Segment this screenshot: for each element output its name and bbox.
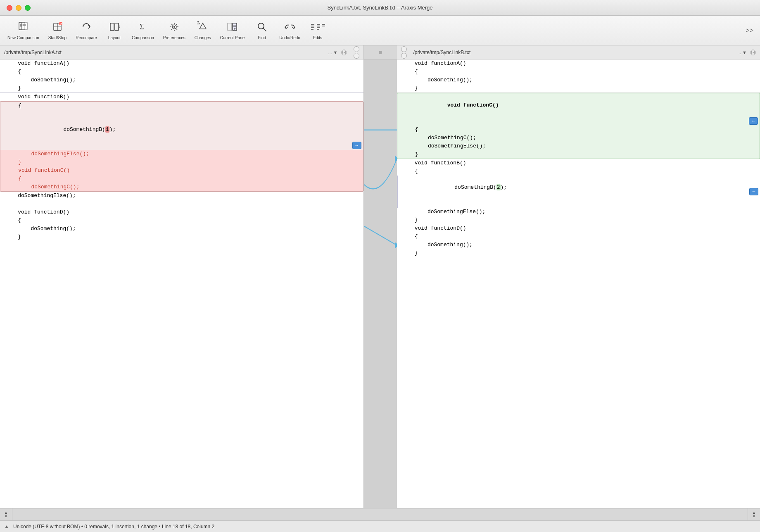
recompare-label: Recompare [76,36,97,40]
window-controls[interactable] [7,5,31,11]
code-line-red: { [0,175,363,183]
right-file-path: /private/tmp/SyncLinkB.txt [413,50,732,55]
middle-dot [379,51,382,54]
code-line: { [397,167,760,176]
svg-rect-13 [115,23,119,31]
code-line: void functionA() [397,59,760,68]
toolbar-current-pane[interactable]: É Current Pane [216,18,249,43]
code-line-red: } [0,158,363,166]
comparison-label: Comparison [132,36,154,40]
comparison-icon: Σ [137,21,149,34]
right-link-circle-top[interactable] [401,46,407,52]
undo-redo-icon [283,21,297,34]
toolbar-preferences[interactable]: Preferences [159,18,190,43]
close-button[interactable] [7,5,12,11]
undo-redo-label: Undo/Redo [279,36,300,40]
code-line: doSomething(); [397,241,760,249]
svg-marker-18 [197,21,200,24]
code-line: void functionA() [0,59,363,68]
svg-marker-42 [5,525,8,528]
left-file-actions: ... ▼ [326,49,347,56]
svg-marker-17 [200,23,206,29]
link-circle-top[interactable] [354,46,359,52]
find-label: Find [258,36,266,40]
svg-text:Σ: Σ [140,23,144,31]
right-scroll-arrows[interactable]: ▲ ▼ [748,508,760,520]
edits-icon [309,21,326,34]
code-line: } [0,233,363,241]
changes-icon [197,21,209,34]
toolbar-layout[interactable]: Layout [102,18,127,43]
right-history-btn[interactable] [750,50,756,55]
toolbar-overflow[interactable]: >> [742,25,757,36]
layout-icon [109,21,120,34]
main-area: /private/tmp/SyncLinkA.txt ... ▼ [0,45,760,532]
code-line-red: void functionC() [0,166,363,175]
left-file-bar: /private/tmp/SyncLinkA.txt ... ▼ [0,45,364,59]
code-line: void functionB() [397,159,760,167]
code-line-with-nav-right: doSomethingB(2); ← [397,176,760,208]
toolbar-changes[interactable]: Changes [190,18,215,43]
connector-svg [364,59,397,508]
svg-rect-19 [228,23,232,31]
code-line: } [397,150,760,159]
right-nav-left-btn-1[interactable]: ← [749,117,758,125]
toolbar-start-stop[interactable]: ✕ Start/Stop [44,18,71,43]
scroll-control-bar: ▲ ▼ ▲ ▼ [0,508,760,520]
code-line: { [397,233,760,241]
start-stop-label: Start/Stop [48,36,66,40]
diff-container: void functionA() { doSomething(); } void… [0,59,760,508]
toolbar-new-comparison[interactable]: New Comparison [3,18,43,43]
toolbar-undo-redo[interactable]: Undo/Redo [275,18,304,43]
code-line: void functionD() [0,208,363,216]
maximize-button[interactable] [25,5,31,11]
code-line: { [397,126,760,134]
new-comparison-label: New Comparison [7,36,39,40]
changed-section-left: { doSomethingB(1); → doSomethingElse(); … [0,101,363,192]
edits-label: Edits [313,36,322,40]
right-nav-left-btn-2[interactable]: ← [749,188,758,195]
left-history-btn[interactable] [341,50,347,55]
left-ellipsis-btn[interactable]: ... ▼ [326,49,339,56]
scroll-down-arrow[interactable]: ▼ [4,515,8,518]
svg-text:É: É [234,27,236,31]
connector-area [364,59,397,508]
code-line: { [397,68,760,76]
current-pane-label: Current Pane [220,36,245,40]
toolbar-edits[interactable]: Edits [305,18,330,43]
right-diff-pane[interactable]: void functionA() { doSomething(); } void… [397,59,760,508]
code-line: void functionB() [0,93,363,101]
code-line: doSomething(); [397,76,760,84]
code-line: doSomethingC(); [397,134,760,142]
toolbar-comparison[interactable]: Σ Comparison [128,18,158,43]
preferences-label: Preferences [163,36,185,40]
changes-label: Changes [195,36,211,40]
right-link-circle-bottom[interactable] [401,53,407,59]
left-nav-right-btn[interactable]: → [352,142,361,149]
right-ellipsis-btn[interactable]: ... ▼ [736,49,748,56]
current-pane-icon: É [226,21,238,34]
bottom-bar: Unicode (UTF-8 without BOM) • 0 removals… [0,520,760,532]
svg-point-16 [173,26,175,28]
left-file-path: /private/tmp/SyncLinkA.txt [4,50,323,55]
new-comparison-icon [17,21,29,34]
code-line: { [0,216,363,225]
minimize-button[interactable] [16,5,21,11]
code-line: } [397,216,760,224]
bottom-triangle-btn[interactable] [2,522,11,531]
status-text: Unicode (UTF-8 without BOM) • 0 removals… [13,524,214,530]
left-diff-pane[interactable]: void functionA() { doSomething(); } void… [0,59,364,508]
code-line: doSomethingElse(); [397,142,760,150]
toolbar-find[interactable]: Find [249,18,274,43]
right-scroll-down-arrow[interactable]: ▼ [752,515,756,518]
svg-line-25 [263,28,266,31]
layout-label: Layout [108,36,121,40]
added-section-right: void functionC() ← { doSomethingC(); doS… [397,93,760,159]
file-bars: /private/tmp/SyncLinkA.txt ... ▼ [0,45,760,59]
svg-line-40 [364,226,397,245]
left-scroll-arrows[interactable]: ▲ ▼ [0,508,12,520]
toolbar-recompare[interactable]: Recompare [71,18,101,43]
link-circle-bottom[interactable] [354,53,359,59]
code-line: } [0,84,363,93]
scroll-spacer-left [12,508,748,520]
